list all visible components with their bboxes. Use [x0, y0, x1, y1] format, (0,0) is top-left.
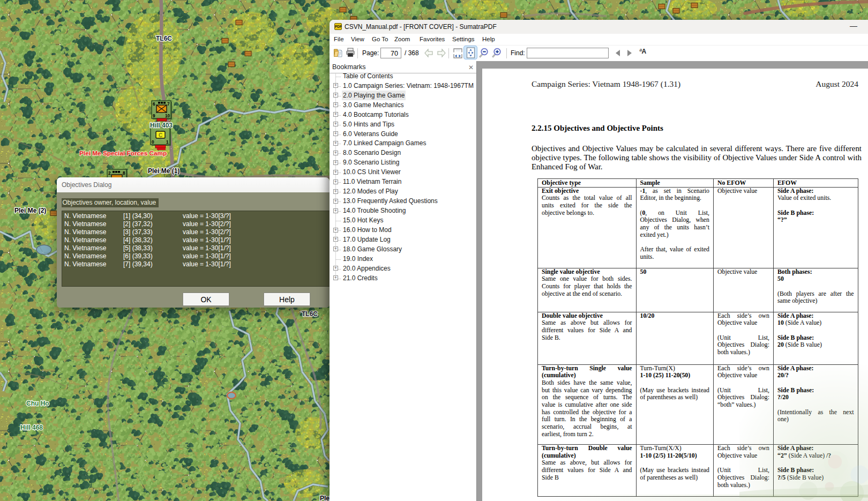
svg-text:6: 6 [153, 102, 155, 107]
svg-text:Plei Me (2): Plei Me (2) [14, 207, 46, 214]
svg-text:Hill 403: Hill 403 [150, 122, 173, 129]
svg-text:7: 7 [167, 102, 170, 107]
svg-text:10: 10 [165, 114, 170, 118]
svg-text:9: 9 [153, 114, 155, 118]
svg-text:Plei Me (1): Plei Me (1) [148, 167, 179, 175]
svg-text:2: 2 [108, 171, 111, 176]
svg-text:TL6C: TL6C [302, 310, 318, 318]
svg-text:0: 0 [152, 140, 154, 145]
svg-text:C: C [159, 132, 162, 138]
svg-text:Plei Me Special Forces Camp: Plei Me Special Forces Camp [79, 149, 167, 157]
svg-text:Hill 468: Hill 468 [20, 424, 43, 431]
svg-text:TL6C: TL6C [156, 35, 172, 42]
svg-text:Chu Ho: Chu Ho [26, 400, 49, 407]
svg-text:1: 1 [166, 140, 169, 145]
svg-text:8: 8 [123, 171, 125, 176]
